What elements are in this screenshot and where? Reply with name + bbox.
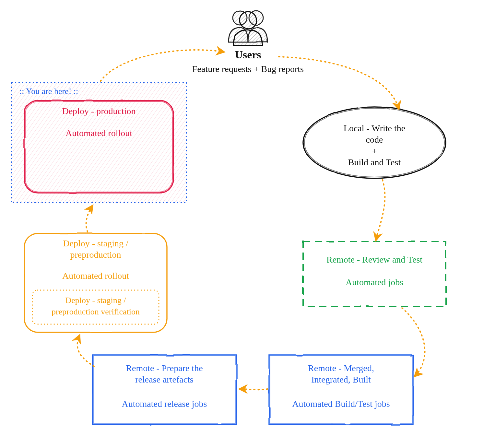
arrow-merged-to-prepare <box>240 389 267 390</box>
node-review-title: Remote - Review and Test <box>326 254 422 265</box>
node-prepare-subtitle: Automated release jobs <box>122 399 207 409</box>
node-production-subtitle: Automated rollout <box>65 128 132 138</box>
node-local-line3: + <box>372 146 377 156</box>
node-local-line4: Build and Test <box>348 157 401 167</box>
node-local-line2: code <box>366 135 383 145</box>
node-production-title: Deploy - production <box>62 106 136 116</box>
arrow-prepare-to-staging <box>77 336 94 366</box>
node-merged-title2: Integrated, Built <box>311 374 371 384</box>
node-review-subtitle: Automated jobs <box>346 277 403 287</box>
users-subtitle: Feature requests + Bug reports <box>192 64 304 74</box>
arrow-staging-to-production <box>86 206 92 232</box>
node-merged-subtitle: Automated Build/Test jobs <box>292 399 390 409</box>
node-staging-title2: preproduction <box>70 250 121 260</box>
cicd-flow-diagram: Users Feature requests + Bug reports :: … <box>0 0 495 448</box>
users-label: Users <box>235 49 261 61</box>
node-staging-title1: Deploy - staging / <box>63 238 128 248</box>
node-staging-inner2: preproduction verification <box>52 307 140 316</box>
node-prepare-title2: release artefacts <box>135 374 194 384</box>
arrow-local-to-review <box>376 180 385 240</box>
node-staging-inner1: Deploy - staging / <box>65 296 126 305</box>
node-local-line1: Local - Write the <box>344 123 405 133</box>
users-icon <box>229 11 267 45</box>
node-review <box>303 242 446 306</box>
node-prepare-title1: Remote - Prepare the <box>126 363 203 373</box>
node-merged-title1: Remote - Merged, <box>308 363 374 373</box>
you-are-here-label: :: You are here! :: <box>19 87 78 96</box>
node-staging-subtitle: Automated rollout <box>62 271 129 281</box>
svg-point-4 <box>240 12 256 29</box>
svg-rect-14 <box>303 242 446 306</box>
